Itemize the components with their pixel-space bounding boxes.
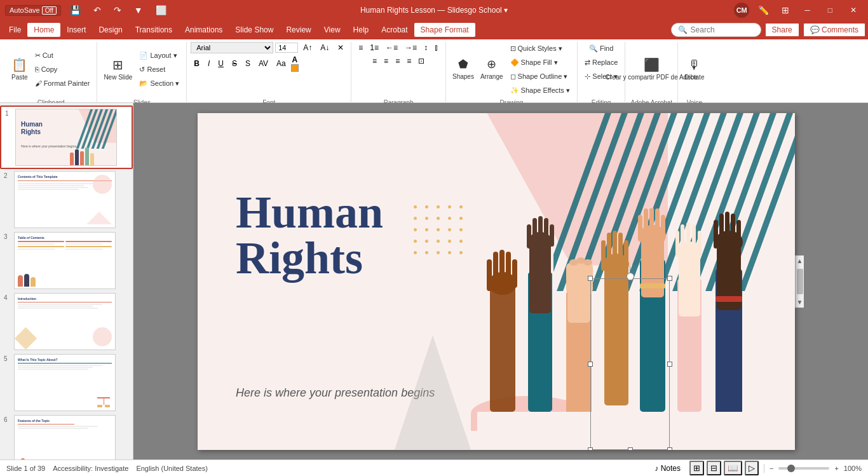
align-justify-button[interactable]: ≡ — [403, 55, 414, 67]
font-increase-button[interactable]: A↑ — [300, 42, 315, 53]
section-button[interactable]: 📂 Section ▾ — [136, 77, 182, 90]
autosave-state[interactable]: Off — [42, 6, 57, 15]
bullets-button[interactable]: ≡ — [355, 42, 366, 53]
font-decrease-button[interactable]: A↓ — [317, 42, 332, 53]
menu-insert[interactable]: Insert — [60, 23, 92, 37]
paste-button[interactable]: 📋 Paste — [9, 53, 31, 86]
svg-rect-24 — [601, 240, 606, 271]
pen-button[interactable]: ✏️ — [754, 4, 773, 17]
slide-subtitle[interactable]: Here is where your presentation begins — [236, 386, 435, 400]
reset-button[interactable]: ↺ Reset — [136, 63, 182, 76]
layout-button[interactable]: 📄 Layout ▾ — [136, 49, 182, 62]
slide-main-title[interactable]: Human Rights — [236, 189, 383, 281]
menu-design[interactable]: Design — [92, 23, 128, 37]
decrease-indent-button[interactable]: ←≡ — [383, 42, 401, 53]
char-spacing-button[interactable]: AV — [255, 58, 271, 69]
slide-item-4[interactable]: 4 Introduction — [0, 291, 133, 352]
quick-styles-button[interactable]: ⊡ Quick Styles ▾ — [507, 42, 573, 55]
quick-access-button[interactable]: ▼ — [130, 4, 147, 17]
menu-shape-format[interactable]: Shape Format — [414, 23, 475, 37]
scroll-thumb[interactable] — [797, 269, 803, 294]
slide-item-6[interactable]: 6 Features of the Topic — [0, 413, 133, 459]
align-center-button[interactable]: ≡ — [381, 55, 391, 67]
slideshow-button[interactable]: ▷ — [745, 461, 759, 475]
font-size-input[interactable] — [275, 43, 298, 53]
restore-button[interactable]: □ — [822, 3, 839, 17]
comments-button[interactable]: 💬 Comments — [803, 23, 865, 37]
shape-outline-button[interactable]: ◻ Shape Outline ▾ — [507, 70, 573, 83]
adobe-icon: ⬛ — [644, 57, 660, 72]
menu-help[interactable]: Help — [347, 23, 376, 37]
menu-acrobat[interactable]: Acrobat — [375, 23, 414, 37]
slide-num-1: 1 — [5, 110, 13, 117]
close-button[interactable]: ✕ — [844, 3, 863, 17]
font-family-select[interactable]: Arial — [191, 42, 273, 53]
font-color-swatch[interactable] — [291, 64, 299, 72]
menu-review[interactable]: Review — [280, 23, 317, 37]
cut-button[interactable]: ✂ Cut — [32, 49, 93, 62]
shape-fill-button[interactable]: 🔶 Shape Fill ▾ — [507, 56, 573, 69]
dictate-button[interactable]: 🎙 Dictate — [682, 53, 707, 86]
italic-button[interactable]: I — [205, 58, 213, 69]
new-slide-button[interactable]: ⊞ New Slide — [101, 53, 135, 86]
zoom-slider[interactable] — [778, 467, 829, 470]
find-button[interactable]: 🔍 Find — [586, 42, 616, 55]
smart-art-button[interactable]: ⊡ — [415, 55, 428, 67]
slide-item-3[interactable]: 3 Table of Contents — [0, 230, 133, 291]
shadow-button[interactable]: S — [242, 58, 254, 69]
increase-indent-button[interactable]: →≡ — [402, 42, 420, 53]
zoom-in-label: + — [834, 465, 838, 472]
arrange-button[interactable]: ⊕ Arrange — [478, 53, 506, 86]
svg-rect-54 — [715, 296, 742, 302]
shape-effects-button[interactable]: ✨ Shape Effects ▾ — [507, 84, 573, 97]
columns-button[interactable]: ⫿ — [431, 42, 442, 53]
user-avatar[interactable]: CM — [734, 3, 749, 18]
save-button[interactable]: 💾 — [66, 4, 85, 17]
menu-file[interactable]: File — [3, 23, 27, 37]
change-case-button[interactable]: Aa — [273, 58, 289, 69]
align-right-button[interactable]: ≡ — [392, 55, 403, 67]
slide-sorter-button[interactable]: ⊟ — [707, 461, 721, 475]
format-painter-button[interactable]: 🖌 Format Painter — [32, 77, 93, 90]
ribbon: 📋 Paste ✂ Cut ⎘ Copy 🖌 Format Painter Cl… — [0, 39, 868, 103]
line-spacing-button[interactable]: ↕ — [421, 42, 431, 53]
right-scrollbar[interactable]: ▲ ▼ — [795, 255, 804, 308]
menu-animations[interactable]: Animations — [179, 23, 229, 37]
scroll-up-arrow[interactable]: ▲ — [795, 255, 805, 266]
search-box[interactable]: 🔍 — [671, 23, 761, 37]
numbering-button[interactable]: 1≡ — [367, 42, 382, 53]
minimize-button[interactable]: ─ — [798, 3, 817, 17]
undo-button[interactable]: ↶ — [90, 4, 105, 17]
reading-view-button[interactable]: 📖 — [724, 461, 742, 475]
menu-view[interactable]: View — [318, 23, 347, 37]
align-left-button[interactable]: ≡ — [369, 55, 380, 67]
hands-illustration — [477, 208, 795, 450]
slide-canvas[interactable]: Human Rights Here is where your presenta… — [198, 113, 795, 450]
clear-format-button[interactable]: ✕ — [334, 42, 347, 53]
ribbon-group-slides: ⊞ New Slide 📄 Layout ▾ ↺ Reset 📂 Section… — [97, 42, 187, 107]
slide-item-5[interactable]: 5 What Is This Topic About? — [0, 352, 133, 413]
normal-view-button[interactable]: ⊞ — [689, 461, 704, 475]
menu-slideshow[interactable]: Slide Show — [229, 23, 280, 37]
strikethrough-button[interactable]: S — [229, 58, 240, 69]
s5-lines — [18, 365, 112, 370]
adobe-create-button[interactable]: ⬛ Crear y compartir PDF de Adobe — [629, 53, 674, 86]
notes-button[interactable]: ♪ Notes — [651, 463, 684, 474]
underline-button[interactable]: U — [215, 58, 227, 69]
menu-home[interactable]: Home — [27, 23, 60, 37]
shapes-button[interactable]: ⬟ Shapes — [450, 53, 477, 86]
scroll-down-arrow[interactable]: ▼ — [795, 297, 805, 308]
search-input[interactable] — [691, 25, 754, 34]
autosave-button[interactable]: AutoSave Off — [5, 5, 61, 16]
replace-button[interactable]: ⇄ Replace — [581, 56, 621, 69]
copy-button[interactable]: ⎘ Copy — [32, 63, 93, 76]
bold-button[interactable]: B — [191, 58, 203, 69]
share-button[interactable]: Share — [765, 23, 799, 37]
layout-view-button[interactable]: ⊞ — [778, 4, 793, 17]
slide-item-1[interactable]: 1 — [0, 105, 133, 169]
redo-button[interactable]: ↷ — [110, 4, 125, 17]
menu-transitions[interactable]: Transitions — [129, 23, 179, 37]
slide-item-2[interactable]: 2 Contents of This Template — [0, 169, 133, 230]
present-button[interactable]: ⬜ — [152, 4, 170, 17]
hands-svg — [477, 208, 795, 450]
